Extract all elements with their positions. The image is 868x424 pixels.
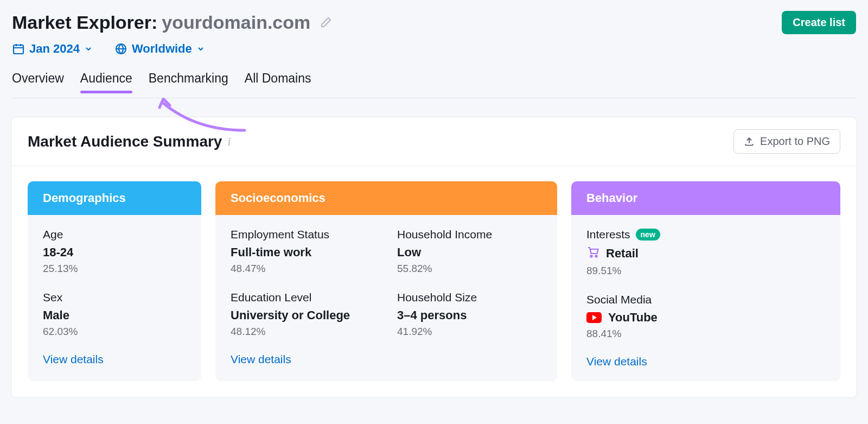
chevron-down-icon — [196, 45, 205, 53]
metric-interests: Interests new Retail 89.51% — [586, 228, 825, 277]
edit-icon[interactable] — [319, 16, 332, 29]
svg-point-3 — [595, 255, 597, 257]
panel-behavior: Behavior Interests new Retail — [571, 181, 840, 381]
metric-social-media: Social Media YouTube 88.41% — [586, 293, 825, 340]
metric-label: Household Size — [397, 291, 542, 304]
metric-label: Age — [43, 228, 186, 241]
panel-socioeconomics-title: Socioeconomics — [215, 181, 557, 215]
region-filter-label: Worldwide — [132, 42, 192, 56]
tab-all-domains[interactable]: All Domains — [245, 71, 311, 92]
date-filter-label: Jan 2024 — [29, 42, 80, 56]
tabs: Overview Audience Benchmarking All Domai… — [12, 71, 856, 98]
view-details-link[interactable]: View details — [231, 353, 291, 366]
youtube-icon — [586, 312, 602, 323]
globe-icon — [114, 42, 127, 55]
view-details-link[interactable]: View details — [43, 353, 104, 366]
export-label: Export to PNG — [760, 135, 830, 148]
metric-pct: 48.12% — [231, 326, 375, 338]
card-title-text: Market Audience Summary — [28, 133, 222, 150]
calendar-icon — [12, 42, 25, 55]
card-title: Market Audience Summary i — [28, 133, 231, 150]
metric-pct: 62.03% — [43, 326, 186, 338]
cart-icon — [586, 245, 599, 262]
metric-value: Male — [43, 308, 186, 322]
metric-value: 3–4 persons — [397, 308, 542, 322]
tab-overview[interactable]: Overview — [12, 71, 64, 92]
metric-value-text: YouTube — [608, 311, 658, 325]
metric-pct: 88.41% — [586, 328, 825, 340]
tab-benchmarking[interactable]: Benchmarking — [149, 71, 228, 92]
upload-icon — [744, 136, 755, 147]
metric-label: Employment Status — [231, 228, 375, 241]
metric-household-size: Household Size 3–4 persons 41.92% — [397, 291, 542, 338]
panel-demographics: Demographics Age 18-24 25.13% Sex Male 6… — [28, 181, 201, 381]
metric-pct: 89.51% — [586, 265, 825, 277]
title-prefix: Market Explorer: — [12, 12, 157, 33]
metric-label: Education Level — [231, 291, 375, 304]
metric-label: Sex — [43, 291, 186, 304]
metric-label: Household Income — [397, 228, 542, 241]
metric-income: Household Income Low 55.82% — [397, 228, 542, 275]
metric-pct: 55.82% — [397, 263, 542, 275]
metric-education: Education Level University or College 48… — [231, 291, 375, 338]
metric-value: YouTube — [586, 311, 825, 325]
new-badge: new — [636, 229, 660, 241]
panel-behavior-title: Behavior — [571, 181, 840, 215]
metric-pct: 48.47% — [231, 263, 375, 275]
info-icon[interactable]: i — [227, 135, 231, 149]
metric-pct: 41.92% — [397, 326, 542, 338]
create-list-button[interactable]: Create list — [782, 11, 856, 34]
metric-sex: Sex Male 62.03% — [43, 291, 186, 338]
page-title: Market Explorer: yourdomain.com — [12, 12, 332, 33]
metric-value: Low — [397, 245, 542, 260]
metric-label: Interests new — [586, 228, 825, 241]
panel-socioeconomics: Socioeconomics Employment Status Full-ti… — [215, 181, 557, 381]
metric-value: 18-24 — [43, 245, 186, 260]
title-domain: yourdomain.com — [162, 12, 310, 33]
metric-pct: 25.13% — [43, 263, 186, 275]
export-png-button[interactable]: Export to PNG — [733, 129, 840, 154]
metric-value: University or College — [231, 308, 375, 322]
svg-point-2 — [590, 255, 592, 257]
metric-age: Age 18-24 25.13% — [43, 228, 186, 275]
metric-label-text: Interests — [586, 228, 630, 241]
date-filter[interactable]: Jan 2024 — [12, 42, 93, 56]
region-filter[interactable]: Worldwide — [114, 42, 205, 56]
chevron-down-icon — [84, 45, 93, 53]
tab-audience[interactable]: Audience — [80, 71, 132, 92]
metric-value-text: Retail — [606, 246, 639, 261]
svg-rect-0 — [14, 45, 23, 54]
metric-value: Full-time work — [231, 245, 375, 260]
panel-demographics-title: Demographics — [28, 181, 201, 215]
metric-value: Retail — [586, 245, 825, 262]
metric-employment: Employment Status Full-time work 48.47% — [231, 228, 375, 275]
metric-label: Social Media — [586, 293, 825, 306]
view-details-link[interactable]: View details — [586, 355, 647, 368]
summary-card: Market Audience Summary i Export to PNG … — [11, 117, 857, 398]
